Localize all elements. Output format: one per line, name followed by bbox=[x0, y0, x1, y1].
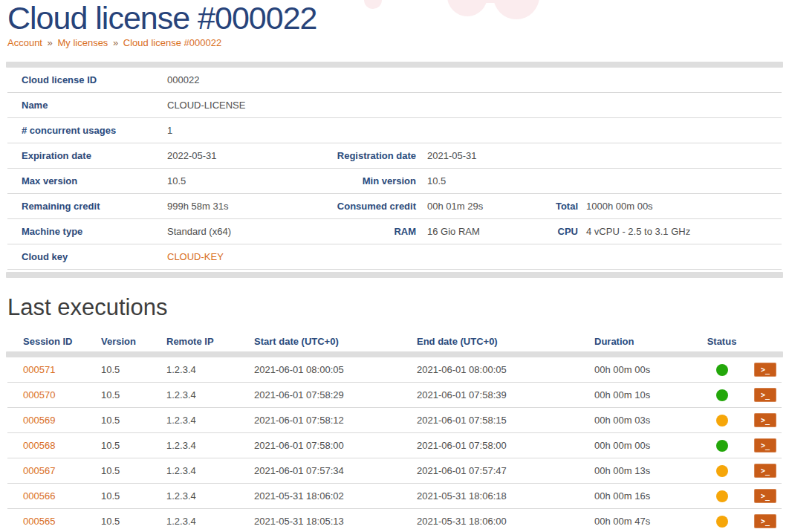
action-cell: >_ bbox=[754, 489, 782, 503]
terminal-icon: >_ bbox=[761, 442, 770, 450]
column-header-version: Version bbox=[101, 336, 166, 347]
page: Cloud license #000022 Account » My licen… bbox=[0, 0, 789, 532]
session-id-link[interactable]: 000570 bbox=[23, 389, 55, 400]
detail-value: Standard (x64) bbox=[167, 226, 333, 237]
action-cell: >_ bbox=[754, 363, 782, 377]
terminal-button[interactable]: >_ bbox=[754, 514, 776, 528]
version-cell: 10.5 bbox=[101, 516, 166, 527]
detail-row: Remaining credit999h 58m 31sConsumed cre… bbox=[7, 193, 782, 218]
detail-label: Max version bbox=[22, 175, 167, 186]
terminal-button[interactable]: >_ bbox=[754, 388, 776, 402]
start-date-cell: 2021-06-01 07:57:34 bbox=[254, 465, 417, 476]
session-id-cell: 000568 bbox=[23, 440, 101, 451]
session-id-cell: 000571 bbox=[23, 364, 101, 375]
column-header-end-date-utc-0: End date (UTC+0) bbox=[417, 336, 594, 347]
start-date-cell: 2021-06-01 07:58:00 bbox=[254, 440, 417, 451]
terminal-button[interactable]: >_ bbox=[754, 438, 776, 452]
breadcrumb: Account » My licenses » Cloud license #0… bbox=[7, 38, 782, 48]
action-cell: >_ bbox=[754, 438, 782, 452]
session-id-link[interactable]: 000571 bbox=[23, 364, 55, 375]
session-id-cell: 000569 bbox=[23, 415, 101, 426]
terminal-button[interactable]: >_ bbox=[754, 489, 776, 503]
execution-row: 00056510.51.2.3.42021-05-31 18:05:132021… bbox=[7, 508, 782, 532]
status-cell bbox=[698, 440, 754, 452]
license-details-section: Cloud license ID000022NameCLOUD-LICENSE#… bbox=[7, 62, 782, 278]
detail-value: 10.5 bbox=[167, 175, 333, 186]
action-cell: >_ bbox=[754, 464, 782, 478]
start-date-cell: 2021-05-31 18:05:13 bbox=[254, 516, 417, 527]
session-id-cell: 000567 bbox=[23, 465, 101, 476]
detail-label: Expiration date bbox=[22, 150, 167, 161]
detail-value: 999h 58m 31s bbox=[167, 201, 333, 212]
terminal-button[interactable]: >_ bbox=[754, 363, 776, 377]
execution-row: 00056610.51.2.3.42021-05-31 18:06:022021… bbox=[7, 483, 782, 508]
duration-cell: 00h 00m 47s bbox=[594, 516, 698, 527]
column-header-duration: Duration bbox=[594, 336, 698, 347]
table-bottom-bar bbox=[6, 272, 783, 278]
status-dot-icon bbox=[716, 490, 728, 502]
duration-cell: 00h 00m 00s bbox=[594, 440, 698, 451]
session-id-link[interactable]: 000566 bbox=[23, 490, 55, 502]
detail-value: 1000h 00m 00s bbox=[578, 201, 782, 212]
session-id-cell: 000566 bbox=[23, 490, 101, 502]
breadcrumb-link[interactable]: Account bbox=[7, 37, 42, 48]
start-date-cell: 2021-05-31 18:06:02 bbox=[254, 490, 417, 502]
detail-label: Remaining credit bbox=[22, 201, 167, 212]
detail-label: Total bbox=[535, 201, 578, 212]
detail-label: # concurrent usages bbox=[22, 125, 167, 136]
detail-label: RAM bbox=[333, 226, 416, 237]
detail-label: Consumed credit bbox=[333, 201, 416, 212]
detail-value: 2021-05-31 bbox=[416, 150, 535, 161]
remote-ip-cell: 1.2.3.4 bbox=[166, 389, 254, 400]
detail-label: Cloud key bbox=[22, 251, 167, 262]
session-id-link[interactable]: 000568 bbox=[23, 440, 55, 451]
end-date-cell: 2021-06-01 07:57:47 bbox=[417, 465, 594, 476]
terminal-button[interactable]: >_ bbox=[754, 464, 776, 478]
breadcrumb-link[interactable]: Cloud license #000022 bbox=[123, 37, 221, 48]
version-cell: 10.5 bbox=[101, 465, 166, 476]
remote-ip-cell: 1.2.3.4 bbox=[166, 440, 254, 451]
end-date-cell: 2021-06-01 07:58:00 bbox=[417, 440, 594, 451]
terminal-icon: >_ bbox=[761, 392, 770, 399]
cloud-key-link[interactable]: CLOUD-KEY bbox=[167, 251, 224, 262]
execution-row: 00056910.51.2.3.42021-06-01 07:58:122021… bbox=[7, 407, 782, 432]
terminal-icon: >_ bbox=[761, 366, 770, 374]
table-top-bar bbox=[6, 351, 783, 357]
page-title: Cloud license #000022 bbox=[7, 0, 782, 36]
detail-row: Machine typeStandard (x64)RAM16 Gio RAMC… bbox=[7, 218, 782, 244]
version-cell: 10.5 bbox=[101, 415, 166, 426]
detail-value: 16 Gio RAM bbox=[416, 226, 535, 237]
detail-value: CLOUD-KEY bbox=[167, 251, 333, 262]
detail-row: Max version10.5Min version10.5 bbox=[7, 168, 782, 193]
session-id-link[interactable]: 000567 bbox=[23, 465, 55, 476]
status-dot-icon bbox=[716, 440, 728, 452]
detail-value: 00h 01m 29s bbox=[416, 201, 535, 212]
table-top-bar bbox=[6, 62, 783, 68]
detail-value: 10.5 bbox=[416, 175, 535, 186]
detail-row: Cloud license ID000022 bbox=[7, 68, 782, 92]
action-cell: >_ bbox=[754, 514, 782, 528]
detail-row: NameCLOUD-LICENSE bbox=[7, 92, 782, 117]
status-cell bbox=[698, 364, 754, 376]
detail-row: Cloud keyCLOUD-KEY bbox=[7, 244, 782, 269]
breadcrumb-link[interactable]: My licenses bbox=[57, 37, 108, 48]
session-id-link[interactable]: 000565 bbox=[23, 516, 55, 527]
remote-ip-cell: 1.2.3.4 bbox=[166, 415, 254, 426]
duration-cell: 00h 00m 13s bbox=[594, 465, 698, 476]
terminal-icon: >_ bbox=[761, 417, 770, 424]
detail-value: 1 bbox=[167, 125, 333, 136]
detail-row: # concurrent usages1 bbox=[7, 117, 782, 143]
terminal-button[interactable]: >_ bbox=[754, 413, 776, 427]
duration-cell: 00h 00m 00s bbox=[594, 364, 698, 375]
status-dot-icon bbox=[716, 415, 728, 426]
executions-table: 00057110.51.2.3.42021-06-01 08:00:052021… bbox=[7, 357, 782, 532]
terminal-icon: >_ bbox=[761, 467, 770, 475]
session-id-link[interactable]: 000569 bbox=[23, 415, 55, 426]
detail-value: CLOUD-LICENSE bbox=[167, 100, 333, 111]
version-cell: 10.5 bbox=[101, 490, 166, 502]
status-cell bbox=[698, 389, 754, 401]
column-header-status: Status bbox=[698, 336, 754, 347]
column-header-session-id: Session ID bbox=[23, 336, 101, 347]
column-header-start-date-utc-0: Start date (UTC+0) bbox=[254, 336, 417, 347]
remote-ip-cell: 1.2.3.4 bbox=[166, 516, 254, 527]
